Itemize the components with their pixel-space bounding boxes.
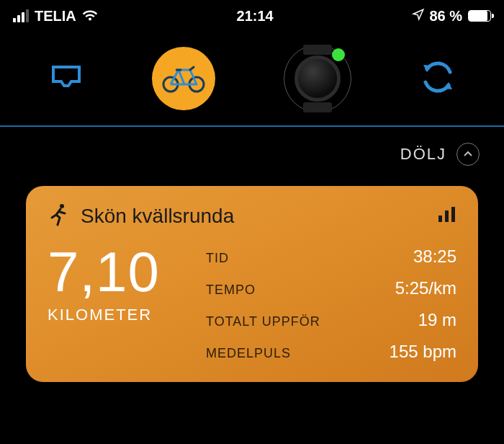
stat-value: 5:25/km xyxy=(395,278,456,298)
toolbar xyxy=(0,32,504,125)
activity-title: Skön kvällsrunda xyxy=(81,205,234,228)
status-bar: TELIA 21:14 86 % xyxy=(0,0,504,32)
bike-icon xyxy=(152,47,215,110)
stat-row: TEMPO 5:25/km xyxy=(206,278,456,298)
svg-rect-4 xyxy=(445,210,449,222)
signal-icon xyxy=(13,9,29,22)
stat-label: TEMPO xyxy=(206,283,256,298)
svg-rect-5 xyxy=(451,207,455,222)
hide-label: DÖLJ xyxy=(400,145,446,164)
inbox-icon xyxy=(49,63,84,94)
stat-label: TID xyxy=(206,251,229,266)
activity-card[interactable]: Skön kvällsrunda 7,10 KILOMETER TID 38:2… xyxy=(26,186,478,382)
stat-row: TID 38:25 xyxy=(206,247,456,267)
stats-list: TID 38:25 TEMPO 5:25/km TOTALT UPPFÖR 19… xyxy=(206,244,456,362)
battery-text: 86 % xyxy=(429,8,462,25)
sync-button[interactable] xyxy=(420,59,456,98)
stat-row: MEDELPULS 155 bpm xyxy=(206,342,456,362)
activity-card-header: Skön kvällsrunda xyxy=(48,203,456,229)
device-button[interactable] xyxy=(284,45,351,112)
activity-type-button[interactable] xyxy=(152,47,215,110)
watch-icon xyxy=(284,45,351,112)
location-icon xyxy=(412,8,425,25)
svg-point-2 xyxy=(60,204,64,208)
clock: 21:14 xyxy=(237,8,274,25)
stat-row: TOTALT UPPFÖR 19 m xyxy=(206,310,456,330)
distance-value: 7,10 xyxy=(48,244,177,300)
distance-metric: 7,10 KILOMETER xyxy=(48,244,177,324)
sync-icon xyxy=(420,59,456,98)
svg-rect-3 xyxy=(438,216,442,222)
stat-value: 38:25 xyxy=(413,247,456,267)
status-dot-icon xyxy=(332,48,345,61)
stat-label: MEDELPULS xyxy=(206,346,291,361)
stat-value: 155 bpm xyxy=(390,342,456,362)
carrier-label: TELIA xyxy=(35,8,76,25)
stats-icon[interactable] xyxy=(438,207,456,226)
inbox-button[interactable] xyxy=(49,63,84,94)
chevron-up-icon xyxy=(456,143,480,166)
distance-unit: KILOMETER xyxy=(48,306,177,324)
stat-label: TOTALT UPPFÖR xyxy=(206,314,320,329)
wifi-icon xyxy=(82,10,98,22)
status-left: TELIA xyxy=(13,8,98,25)
battery-icon xyxy=(468,10,491,22)
stat-value: 19 m xyxy=(418,310,456,330)
hide-toggle[interactable]: DÖLJ xyxy=(0,127,504,179)
running-icon xyxy=(48,203,69,229)
status-right: 86 % xyxy=(412,8,491,25)
